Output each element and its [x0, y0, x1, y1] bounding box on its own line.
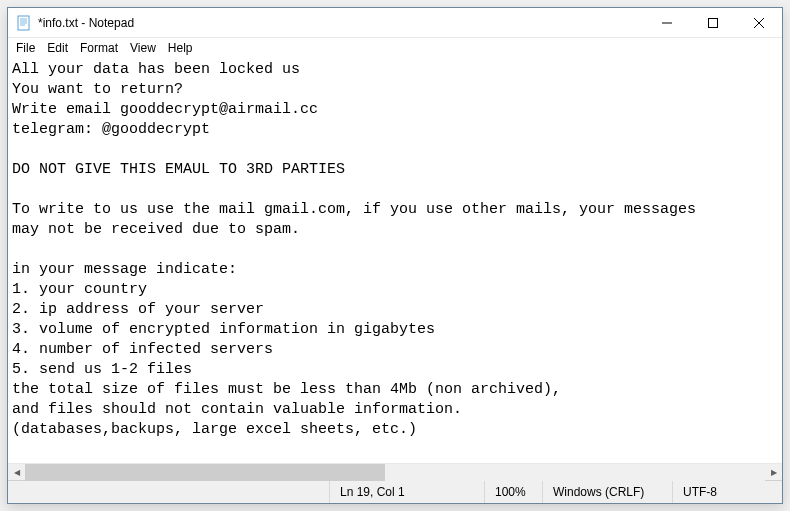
status-zoom: 100% — [484, 481, 542, 503]
status-line-ending: Windows (CRLF) — [542, 481, 672, 503]
horizontal-scrollbar[interactable]: ◀ ▶ — [8, 463, 782, 480]
menu-help[interactable]: Help — [162, 40, 199, 56]
scroll-track[interactable] — [25, 464, 765, 481]
notepad-icon — [16, 15, 32, 31]
window-title: *info.txt - Notepad — [38, 16, 644, 30]
scroll-thumb[interactable] — [25, 464, 385, 481]
menubar: File Edit Format View Help — [8, 38, 782, 58]
status-encoding: UTF-8 — [672, 481, 782, 503]
svg-rect-6 — [709, 18, 718, 27]
close-button[interactable] — [736, 8, 782, 37]
menu-format[interactable]: Format — [74, 40, 124, 56]
menu-view[interactable]: View — [124, 40, 162, 56]
menu-file[interactable]: File — [10, 40, 41, 56]
scroll-left-icon[interactable]: ◀ — [8, 464, 25, 481]
statusbar: Ln 19, Col 1 100% Windows (CRLF) UTF-8 — [8, 480, 782, 503]
titlebar: *info.txt - Notepad — [8, 8, 782, 38]
scroll-right-icon[interactable]: ▶ — [765, 464, 782, 481]
menu-edit[interactable]: Edit — [41, 40, 74, 56]
window-controls — [644, 8, 782, 37]
minimize-button[interactable] — [644, 8, 690, 37]
maximize-button[interactable] — [690, 8, 736, 37]
status-position: Ln 19, Col 1 — [329, 481, 484, 503]
text-editor[interactable]: All your data has been locked us You wan… — [8, 58, 782, 463]
notepad-window: *info.txt - Notepad File Edit Format Vie… — [7, 7, 783, 504]
